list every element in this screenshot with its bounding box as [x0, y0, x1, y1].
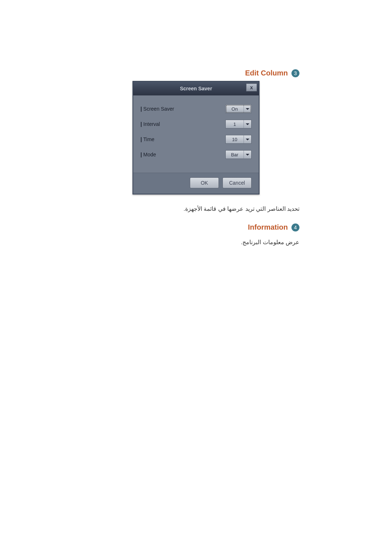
edit-column-title: Edit Column: [245, 69, 288, 77]
close-icon: x: [250, 85, 253, 90]
dropdown-value-interval: 1: [226, 120, 244, 128]
dialog-body: Screen Saver On Interval 1 Time 10: [133, 95, 259, 173]
edit-column-number: 3: [291, 69, 299, 77]
dropdown-value-screen-saver: On: [226, 105, 244, 113]
label-interval: Interval: [140, 121, 160, 127]
dialog-titlebar: Screen Saver x: [133, 82, 259, 95]
dropdown-mode[interactable]: Bar: [225, 150, 252, 159]
chevron-down-icon: [244, 105, 251, 113]
chevron-down-icon: [244, 135, 251, 143]
chevron-down-icon: [244, 120, 251, 128]
row-interval: Interval 1: [140, 120, 252, 128]
chevron-down-icon: [244, 151, 251, 159]
dropdown-screen-saver[interactable]: On: [225, 104, 252, 113]
close-button[interactable]: x: [246, 83, 257, 91]
label-time: Time: [140, 136, 154, 142]
information-number: 4: [291, 223, 299, 231]
dropdown-value-time: 10: [226, 135, 244, 143]
dialog-footer: OK Cancel: [133, 173, 259, 194]
row-time: Time 10: [140, 135, 252, 144]
dropdown-time[interactable]: 10: [225, 135, 252, 144]
label-screen-saver: Screen Saver: [140, 106, 174, 112]
main-content: Edit Column 3 Screen Saver x Screen Save…: [93, 69, 299, 257]
edit-column-header: Edit Column 3: [93, 69, 299, 77]
information-header: Information 4: [93, 223, 299, 231]
edit-column-description: تحديد العناصر التي تريد عرضها في قائمة ا…: [93, 205, 299, 212]
dialog-title: Screen Saver: [180, 86, 212, 91]
dropdown-value-mode: Bar: [226, 151, 244, 159]
label-mode: Mode: [140, 152, 156, 157]
row-screen-saver: Screen Saver On: [140, 104, 252, 113]
ok-button[interactable]: OK: [190, 177, 219, 188]
cancel-button[interactable]: Cancel: [222, 177, 252, 188]
row-mode: Mode Bar: [140, 150, 252, 159]
dropdown-interval[interactable]: 1: [225, 120, 252, 128]
information-description: عرض معلومات البرنامج.: [93, 239, 299, 246]
screen-saver-dialog: Screen Saver x Screen Saver On Interval …: [132, 81, 260, 194]
information-title: Information: [248, 223, 288, 231]
